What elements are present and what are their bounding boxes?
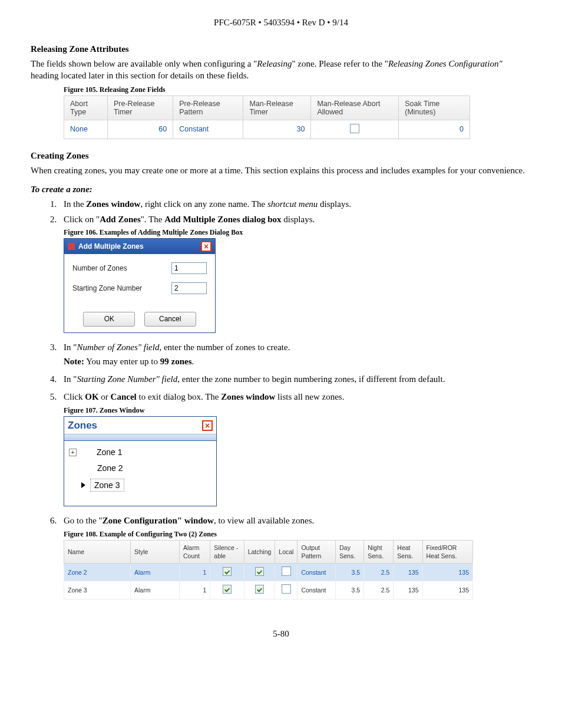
cell-night[interactable]: 2.5 xyxy=(364,564,394,581)
cell-style[interactable]: Alarm xyxy=(131,564,180,581)
table-row[interactable]: Zone 2 Alarm 1 Constant 3.5 2.5 135 135 xyxy=(64,564,473,581)
checkbox-icon[interactable] xyxy=(282,584,291,594)
col-silenceable[interactable]: Silence -able xyxy=(210,540,244,563)
col-pre-release-timer[interactable]: Pre-Release Timer xyxy=(107,95,173,120)
cell-name[interactable]: Zone 3 xyxy=(64,581,131,599)
col-alarm-count[interactable]: Alarm Count xyxy=(180,540,210,563)
text: 99 zones xyxy=(160,357,192,366)
cell-man-abort[interactable] xyxy=(311,120,399,139)
col-night-sens[interactable]: Night Sens. xyxy=(364,540,394,563)
text: displays. xyxy=(282,215,315,224)
figure-106-caption: Figure 106. Examples of Adding Multiple … xyxy=(64,228,531,237)
cell-abort[interactable]: None xyxy=(64,120,108,139)
cell-latching[interactable] xyxy=(244,581,275,599)
col-fixed-ror[interactable]: Fixed/ROR Heat Sens. xyxy=(422,540,472,563)
selected-arrow-icon xyxy=(81,482,85,488)
app-icon xyxy=(68,243,75,250)
tree-item-label: Zone 3 xyxy=(90,479,124,492)
col-day-sens[interactable]: Day Sens. xyxy=(336,540,364,563)
text: Zones window xyxy=(221,392,275,401)
col-man-release-timer[interactable]: Man-Release Timer xyxy=(243,95,311,120)
tree-item-label: Zone 2 xyxy=(97,463,123,474)
dialog-titlebar[interactable]: Add Multiple Zones × xyxy=(64,239,215,254)
cell-soak[interactable]: 0 xyxy=(399,120,470,139)
howto-title: To create a zone: xyxy=(31,185,531,195)
page-header: PFC-6075R • 5403594 • Rev D • 9/14 xyxy=(31,18,531,28)
cell-day[interactable]: 3.5 xyxy=(336,581,364,599)
step-1: In the Zones window, right click on any … xyxy=(59,198,531,210)
close-icon[interactable]: × xyxy=(202,420,213,431)
cancel-button[interactable]: Cancel xyxy=(144,312,196,326)
cell-day[interactable]: 3.5 xyxy=(336,564,364,581)
cell-name[interactable]: Zone 2 xyxy=(64,564,131,581)
col-output-pattern[interactable]: Output Pattern xyxy=(297,540,336,563)
section-title-creating: Creating Zones xyxy=(31,151,531,161)
starting-zone-number-input[interactable] xyxy=(171,282,207,294)
cell-output[interactable]: Constant xyxy=(297,564,336,581)
text: In " xyxy=(64,374,77,384)
col-style[interactable]: Style xyxy=(131,540,180,563)
step-6: Go to the "Zone Configuration" window, t… xyxy=(59,515,531,599)
text: Releasing xyxy=(257,59,292,68)
checkbox-icon[interactable] xyxy=(350,124,359,133)
add-multiple-zones-dialog: Add Multiple Zones × Number of Zones Sta… xyxy=(64,238,216,332)
cell-silenceable[interactable] xyxy=(210,581,244,599)
text: Starting Zone Number" field xyxy=(77,374,177,384)
step-2: Click on "Add Zones". The Add Multiple Z… xyxy=(59,213,531,333)
tree-item-zone-2[interactable]: Zone 2 xyxy=(68,460,213,476)
tree-item-zone-1[interactable]: + Zone 1 xyxy=(68,444,213,460)
cell-output[interactable]: Constant xyxy=(297,581,336,599)
col-local[interactable]: Local xyxy=(275,540,297,563)
checkbox-checked-icon[interactable] xyxy=(223,567,232,576)
step-4: In "Starting Zone Number" field, enter t… xyxy=(59,373,531,385)
text: In the xyxy=(64,199,86,209)
cell-alarm[interactable]: 1 xyxy=(180,581,210,599)
text: The fields shown below are available onl… xyxy=(31,59,257,68)
step-3: In "Number of Zones" field, enter the nu… xyxy=(59,341,531,368)
checkbox-checked-icon[interactable] xyxy=(255,585,264,594)
cell-silenceable[interactable] xyxy=(210,564,244,581)
cell-fixed[interactable]: 135 xyxy=(422,581,472,599)
text: displays. xyxy=(318,199,351,209)
figure-107-caption: Figure 107. Zones Window xyxy=(64,406,531,415)
ok-button[interactable]: OK xyxy=(83,312,135,326)
expand-icon[interactable]: + xyxy=(69,449,77,456)
col-man-release-abort[interactable]: Man-Release Abort Allowed xyxy=(311,95,399,120)
cell-pre-pattern[interactable]: Constant xyxy=(173,120,243,139)
window-titlebar[interactable]: Zones × xyxy=(64,417,216,434)
col-abort-type[interactable]: Abort Type xyxy=(64,95,108,120)
cell-latching[interactable] xyxy=(244,564,275,581)
cell-night[interactable]: 2.5 xyxy=(364,581,394,599)
table-row[interactable]: Zone 3 Alarm 1 Constant 3.5 2.5 135 135 xyxy=(64,581,473,599)
number-of-zones-input[interactable] xyxy=(171,262,207,274)
cell-heat[interactable]: 135 xyxy=(394,564,422,581)
text: , enter the zone number to begin numberi… xyxy=(177,374,445,384)
checkbox-icon[interactable] xyxy=(282,566,291,576)
cell-local[interactable] xyxy=(275,564,297,581)
cell-pre-timer[interactable]: 60 xyxy=(107,120,173,139)
table-row[interactable]: None 60 Constant 30 0 xyxy=(64,120,470,139)
checkbox-checked-icon[interactable] xyxy=(223,585,232,594)
col-name[interactable]: Name xyxy=(64,540,131,563)
text: . xyxy=(191,357,194,366)
cell-man-timer[interactable]: 30 xyxy=(243,120,311,139)
cell-fixed[interactable]: 135 xyxy=(422,564,472,581)
col-pre-release-pattern[interactable]: Pre-Release Pattern xyxy=(173,95,243,120)
cell-style[interactable]: Alarm xyxy=(131,581,180,599)
window-tabstrip[interactable] xyxy=(64,434,216,441)
label-number-of-zones: Number of Zones xyxy=(72,263,171,273)
text: Click xyxy=(64,392,85,401)
col-soak-time[interactable]: Soak Time (Minutes) xyxy=(399,95,470,120)
text: Click on " xyxy=(64,215,100,224)
checkbox-checked-icon[interactable] xyxy=(255,567,264,576)
cell-alarm[interactable]: 1 xyxy=(180,564,210,581)
col-latching[interactable]: Latching xyxy=(244,540,275,563)
close-icon[interactable]: × xyxy=(201,241,211,252)
dialog-title: Add Multiple Zones xyxy=(78,242,201,251)
tree-item-zone-3[interactable]: Zone 3 xyxy=(68,476,213,495)
text: , to view all available zones. xyxy=(214,516,314,525)
cell-local[interactable] xyxy=(275,581,297,599)
col-heat-sens[interactable]: Heat Sens. xyxy=(394,540,422,563)
cell-heat[interactable]: 135 xyxy=(394,581,422,599)
figure-105-table: Abort Type Pre-Release Timer Pre-Release… xyxy=(64,95,470,139)
